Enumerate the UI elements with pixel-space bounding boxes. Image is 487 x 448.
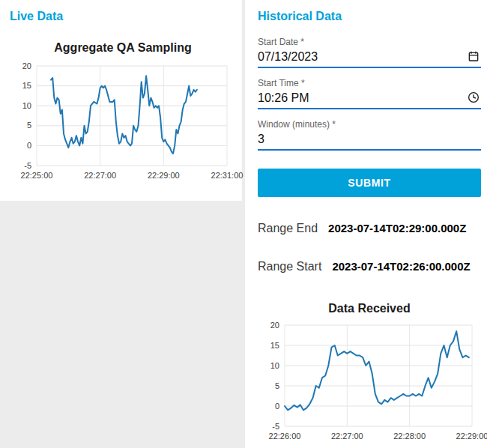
range-end-row: Range End 2023-07-14T02:29:00.000Z	[258, 222, 481, 235]
data-received-chart: -50510152022:26:0022:27:0022:28:0022:29:…	[258, 320, 481, 446]
live-data-heading: Live Data	[10, 10, 236, 23]
window-minutes-field: Window (minutes) *	[258, 119, 481, 151]
svg-text:15: 15	[270, 341, 279, 350]
start-date-label: Start Date *	[258, 37, 481, 47]
start-time-label: Start Time *	[258, 78, 481, 88]
live-chart-title: Aggregate QA Sampling	[10, 41, 236, 55]
live-data-panel: Live Data Aggregate QA Sampling -5051015…	[0, 0, 242, 201]
range-end-value: 2023-07-14T02:29:00.000Z	[328, 222, 466, 234]
start-time-control	[258, 89, 481, 109]
data-received-chart-title: Data Received	[258, 302, 481, 315]
page: Live Data Aggregate QA Sampling -5051015…	[0, 0, 487, 448]
start-date-input[interactable]	[258, 48, 468, 64]
live-data-chart: -50510152022:25:0022:27:0022:29:0022:31:…	[10, 61, 236, 185]
window-minutes-label: Window (minutes) *	[258, 119, 481, 130]
start-time-field: Start Time *	[258, 78, 481, 109]
clock-icon[interactable]	[468, 91, 480, 103]
range-end-label: Range End	[258, 222, 318, 235]
submit-button[interactable]: SUBMIT	[258, 169, 481, 197]
svg-text:0: 0	[27, 141, 31, 150]
svg-text:15: 15	[22, 81, 31, 90]
start-date-control	[258, 48, 481, 68]
svg-text:5: 5	[27, 121, 31, 130]
svg-text:20: 20	[270, 321, 279, 330]
start-date-field: Start Date *	[258, 37, 481, 68]
svg-text:20: 20	[22, 61, 31, 70]
svg-text:0: 0	[275, 402, 279, 411]
left-column: Live Data Aggregate QA Sampling -5051015…	[0, 0, 242, 448]
range-start-label: Range Start	[258, 260, 321, 273]
svg-text:22:27:00: 22:27:00	[331, 432, 363, 441]
data-received-chart-container: -50510152022:26:0022:27:0022:28:0022:29:…	[258, 320, 481, 446]
historical-data-heading: Historical Data	[258, 10, 481, 23]
svg-text:22:28:00: 22:28:00	[393, 432, 426, 441]
svg-text:22:29:00: 22:29:00	[456, 432, 487, 441]
range-start-row: Range Start 2023-07-14T02:26:00.000Z	[258, 260, 481, 273]
svg-text:22:27:00: 22:27:00	[84, 171, 116, 180]
historical-data-panel: Historical Data Start Date *	[245, 0, 487, 448]
svg-text:10: 10	[270, 361, 279, 370]
historical-form: Start Date * Start Time *	[258, 37, 481, 197]
svg-text:-5: -5	[24, 161, 31, 170]
svg-text:5: 5	[275, 381, 279, 390]
calendar-icon[interactable]	[468, 49, 480, 62]
svg-text:10: 10	[22, 101, 31, 110]
svg-text:-5: -5	[272, 422, 279, 431]
svg-text:22:31:00: 22:31:00	[211, 171, 244, 180]
svg-text:22:29:00: 22:29:00	[148, 171, 180, 180]
window-minutes-input[interactable]	[258, 130, 480, 146]
range-start-value: 2023-07-14T02:26:00.000Z	[332, 260, 470, 273]
start-time-input[interactable]	[258, 89, 468, 105]
window-minutes-control	[258, 130, 481, 151]
svg-text:22:26:00: 22:26:00	[269, 432, 301, 441]
svg-text:22:25:00: 22:25:00	[21, 171, 53, 180]
live-chart-container: -50510152022:25:0022:27:0022:29:0022:31:…	[10, 61, 236, 185]
